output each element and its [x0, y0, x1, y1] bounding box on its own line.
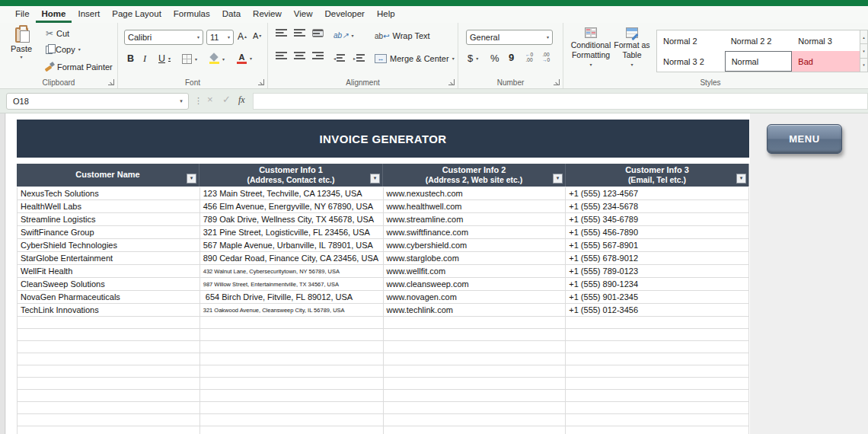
- cell-name[interactable]: NovaGen Pharmaceuticals: [18, 291, 200, 304]
- cell-website[interactable]: www.healthwell.com: [384, 200, 566, 213]
- cell-phone[interactable]: +1 (555) 901-2345: [566, 291, 749, 304]
- tab-data[interactable]: Data: [216, 6, 247, 23]
- cut-button[interactable]: ✂ Cut: [46, 29, 69, 38]
- cell-empty[interactable]: [18, 365, 200, 378]
- cell-empty[interactable]: [384, 390, 566, 402]
- format-painter-button[interactable]: Format Painter: [44, 62, 113, 72]
- gallery-scroll-up-icon[interactable]: ▴: [860, 30, 868, 44]
- cell-empty[interactable]: [200, 329, 384, 341]
- cell-name[interactable]: WellFit Health: [18, 265, 200, 278]
- cell-empty[interactable]: [18, 353, 200, 365]
- borders-dropdown-icon[interactable]: ▾: [195, 57, 197, 62]
- cell-address[interactable]: 789 Oak Drive, Wellness City, TX 45678, …: [200, 213, 384, 226]
- copy-dropdown-icon[interactable]: ▾: [78, 47, 81, 52]
- cell-website[interactable]: www.wellfit.com: [384, 265, 566, 278]
- cell-address[interactable]: 567 Maple Avenue, Urbanville, IL 78901, …: [200, 239, 384, 252]
- header-customer-info-1[interactable]: Customer Info 1 (Address, Contact etc.) …: [199, 164, 383, 187]
- table-row-empty[interactable]: [17, 390, 749, 402]
- increase-indent-button[interactable]: ▸: [353, 54, 365, 62]
- cell-empty[interactable]: [18, 402, 200, 414]
- cell-empty[interactable]: [384, 329, 566, 341]
- header-customer-info-2[interactable]: Customer Info 2 (Address 2, Web site etc…: [383, 164, 566, 187]
- cell-empty[interactable]: [200, 426, 384, 434]
- cell-empty[interactable]: [566, 341, 749, 353]
- cell-phone[interactable]: +1 (555) 456-7890: [566, 226, 749, 239]
- filter-dropdown-icon[interactable]: ▾: [370, 174, 380, 183]
- filter-dropdown-icon[interactable]: ▾: [187, 174, 196, 183]
- cell-empty[interactable]: [384, 414, 566, 426]
- cell-empty[interactable]: [384, 353, 566, 365]
- cell-phone[interactable]: +1 (555) 789-0123: [566, 265, 749, 278]
- table-row-empty[interactable]: [17, 365, 749, 378]
- cell-address[interactable]: 432 Walnut Lane, Cybersecuritytown, NY 5…: [200, 265, 384, 278]
- fill-color-dropdown-icon[interactable]: ▾: [222, 57, 225, 62]
- bold-button[interactable]: B: [127, 53, 134, 64]
- table-row-empty[interactable]: [17, 414, 749, 426]
- cell-address[interactable]: 654 Birch Drive, Fitville, FL 89012, USA: [200, 291, 384, 304]
- orientation-button[interactable]: ab↗ ▾: [333, 31, 354, 40]
- tab-page-layout[interactable]: Page Layout: [106, 6, 168, 23]
- cell-address[interactable]: 456 Elm Avenue, Energyville, NY 67890, U…: [200, 200, 384, 213]
- table-row-empty[interactable]: [17, 426, 749, 434]
- orientation-dropdown-icon[interactable]: ▾: [352, 34, 354, 38]
- cell-empty[interactable]: [566, 390, 749, 402]
- tab-home[interactable]: Home: [36, 6, 72, 23]
- comma-style-button[interactable]: 9: [509, 52, 514, 63]
- font-color-dropdown-icon[interactable]: ▾: [250, 56, 252, 61]
- tab-view[interactable]: View: [288, 6, 319, 23]
- merge-center-dropdown-icon[interactable]: ▾: [452, 56, 455, 61]
- cell-name[interactable]: HealthWell Labs: [18, 200, 200, 213]
- cell-phone[interactable]: +1 (555) 890-1234: [566, 278, 749, 291]
- alignment-dialog-launcher-icon[interactable]: [448, 79, 455, 85]
- cell-phone[interactable]: +1 (555) 234-5678: [566, 200, 749, 213]
- cell-website[interactable]: www.cybershield.com: [384, 239, 566, 252]
- cell-empty[interactable]: [18, 426, 200, 434]
- italic-button[interactable]: I: [143, 53, 146, 65]
- paste-button[interactable]: Paste ▾: [11, 27, 32, 59]
- cell-name[interactable]: TechLink Innovations: [18, 304, 200, 317]
- table-row-empty[interactable]: [17, 341, 749, 353]
- cell-empty[interactable]: [200, 365, 384, 378]
- increase-decimal-button[interactable]: ←0.00: [525, 52, 533, 62]
- align-bottom-icon[interactable]: [312, 29, 324, 37]
- cell-empty[interactable]: [566, 378, 749, 390]
- table-row-empty[interactable]: [17, 329, 749, 341]
- cell-name[interactable]: StarGlobe Entertainment: [18, 252, 200, 265]
- increase-font-size-button[interactable]: A▴: [238, 31, 247, 42]
- wrap-text-button[interactable]: ab↩ Wrap Text: [375, 31, 430, 40]
- style-normal-3[interactable]: Normal 3: [792, 30, 860, 51]
- table-row-empty[interactable]: [17, 353, 749, 365]
- copy-button[interactable]: Copy ▾: [46, 45, 81, 54]
- insert-function-icon[interactable]: fx: [238, 94, 245, 106]
- cell-empty[interactable]: [200, 414, 384, 426]
- header-customer-info-3[interactable]: Customer Info 3 (Email, Tel etc.) ▾: [566, 164, 749, 187]
- tab-help[interactable]: Help: [371, 6, 401, 23]
- header-customer-name[interactable]: Customer Name ▾: [17, 164, 199, 187]
- cell-empty[interactable]: [566, 414, 749, 426]
- fill-color-button[interactable]: ▾: [209, 54, 225, 64]
- cell-phone[interactable]: +1 (555) 345-6789: [566, 213, 749, 226]
- table-row-empty[interactable]: [17, 317, 749, 329]
- cell-address[interactable]: 321 Pine Street, Logisticville, FL 23456…: [200, 226, 384, 239]
- name-box[interactable]: O18 ▾: [6, 93, 189, 110]
- decrease-indent-button[interactable]: ◂: [333, 54, 345, 62]
- underline-button[interactable]: U▾: [158, 53, 171, 64]
- cell-empty[interactable]: [566, 365, 749, 378]
- cell-empty[interactable]: [566, 329, 749, 341]
- number-dialog-launcher-icon[interactable]: [554, 79, 560, 85]
- cell-website[interactable]: www.novagen.com: [384, 291, 566, 304]
- cell-empty[interactable]: [200, 353, 384, 365]
- tab-developer[interactable]: Developer: [319, 6, 371, 23]
- cell-empty[interactable]: [384, 317, 566, 329]
- cell-website[interactable]: www.cleansweep.com: [384, 278, 566, 291]
- cell-empty[interactable]: [200, 402, 384, 414]
- invoice-banner[interactable]: INVOICE GENERATOR: [17, 120, 749, 158]
- align-top-icon[interactable]: [276, 29, 287, 37]
- underline-dropdown-icon[interactable]: ▾: [168, 56, 171, 61]
- filter-dropdown-icon[interactable]: ▾: [553, 174, 563, 183]
- tab-review[interactable]: Review: [247, 6, 288, 23]
- paste-dropdown-icon[interactable]: ▾: [21, 55, 23, 59]
- cell-phone[interactable]: +1 (555) 567-8901: [566, 239, 749, 252]
- align-middle-icon[interactable]: [294, 29, 305, 37]
- cell-empty[interactable]: [200, 341, 384, 353]
